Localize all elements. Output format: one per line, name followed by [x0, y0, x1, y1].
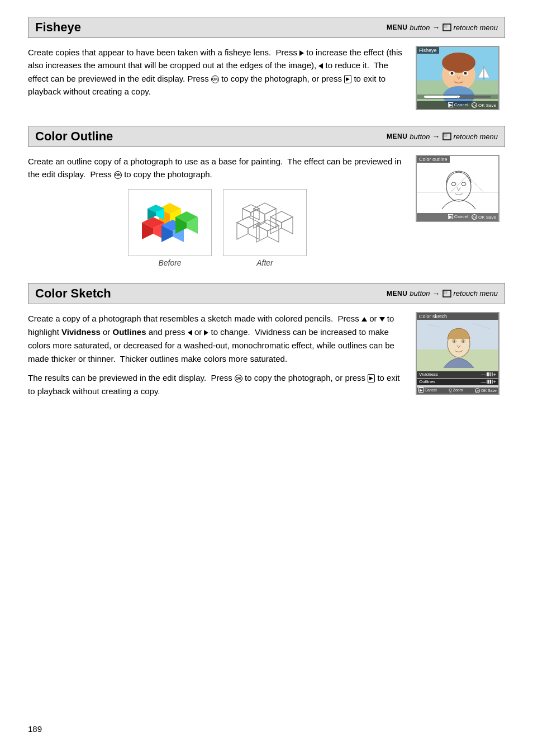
outline-blocks-svg	[226, 192, 304, 253]
right-arrow-icon	[204, 330, 208, 336]
co-cancel-btn: ▶	[448, 214, 453, 219]
color-sketch-body: Create a copy of a photograph that resem…	[28, 312, 505, 398]
color-outline-title: Color Outline	[35, 129, 113, 144]
sketch-cam-title: Color sketch	[417, 313, 498, 320]
ok-icon: OK	[211, 75, 219, 83]
ok-cam-icon: OK	[472, 102, 477, 108]
fisheye-cam-controls: ▶ Cancel OK OK Save	[417, 101, 498, 109]
fisheye-grid-bar	[417, 94, 498, 99]
color-outline-menu-label: MENU button → retouch menu	[387, 132, 498, 141]
vividness-row: Vividness — +	[417, 371, 498, 378]
sketch-cam-controls: ▶ Cancel Q Zoom OK OK Save	[417, 388, 498, 394]
svg-rect-14	[424, 96, 458, 98]
retouch-icon-3	[442, 290, 451, 297]
color-outline-cam: Color outline	[416, 155, 499, 222]
sk-zoom-label: Q Zoom	[449, 388, 463, 393]
sk-cancel-btn: ▶	[418, 388, 423, 393]
retouch-icon	[442, 23, 451, 31]
color-outline-header: Color Outline MENU button → retouch menu	[28, 126, 505, 147]
svg-point-8	[451, 72, 454, 75]
svg-point-5	[442, 53, 475, 73]
left-arrow-icon	[188, 330, 192, 336]
svg-point-65	[463, 340, 464, 342]
ok-icon-2: OK	[114, 171, 122, 179]
fisheye-menu-word: MENU	[387, 23, 407, 31]
color-sketch-section: Color Sketch MENU button → retouch menu …	[28, 283, 505, 398]
fisheye-save-label: OK OK Save	[472, 102, 496, 108]
svg-rect-17	[444, 134, 447, 136]
co-save-label: OK OK Save	[472, 214, 496, 220]
color-outline-button-word: button	[410, 133, 430, 141]
fisheye-button-word: button	[410, 23, 430, 32]
after-item: After	[223, 189, 307, 267]
color-sketch-image: Color sketch	[416, 312, 505, 395]
svg-point-64	[454, 340, 455, 342]
svg-point-53	[461, 182, 466, 186]
color-outline-menu-word: MENU	[387, 133, 407, 140]
sk-ok-icon: OK	[475, 388, 480, 393]
fisheye-image: Fisheye	[416, 46, 505, 110]
color-sketch-header: Color Sketch MENU button → retouch menu	[28, 283, 505, 304]
playback-btn-3: ▶	[368, 374, 375, 382]
before-box	[128, 189, 212, 256]
fisheye-arrow: →	[432, 23, 440, 32]
outlines-slider: — +	[481, 379, 496, 385]
page-number: 189	[28, 724, 42, 734]
fisheye-title: Fisheye	[35, 20, 81, 35]
color-sketch-button-word: button	[410, 289, 430, 297]
color-outline-section: Color Outline MENU button → retouch menu…	[28, 126, 505, 267]
color-sketch-menu-word: MENU	[387, 290, 407, 297]
fisheye-text: Create copies that appear to have been t…	[28, 46, 407, 98]
fisheye-cam-title: Fisheye	[417, 47, 439, 54]
color-outline-arrow: →	[432, 132, 440, 141]
outlines-label: Outlines	[419, 379, 435, 384]
color-sketch-title: Color Sketch	[35, 286, 111, 301]
fisheye-progress	[424, 95, 491, 98]
svg-point-9	[464, 72, 467, 75]
color-outline-body-wrap: Create an outline copy of a photograph t…	[28, 155, 505, 267]
fisheye-menu-label: MENU button → retouch menu	[387, 23, 498, 32]
color-outline-retouch-label: retouch menu	[454, 133, 498, 141]
color-sketch-cam: Color sketch	[416, 312, 499, 395]
svg-point-52	[451, 182, 456, 186]
color-outline-image: Color outline	[416, 155, 505, 222]
svg-rect-1	[444, 25, 447, 27]
sketch-cam-svg	[417, 319, 499, 375]
down-arrow-icon	[379, 317, 385, 322]
fisheye-cam-screen: Fisheye	[416, 46, 499, 110]
sk-cancel-label: ▶ Cancel	[418, 388, 437, 393]
co-cancel-label: ▶ Cancel	[448, 214, 468, 220]
outline-cam-svg	[417, 162, 499, 215]
svg-marker-15	[458, 95, 460, 98]
vividness-slider: — +	[481, 372, 496, 377]
before-after-container: Before	[28, 189, 407, 267]
color-outline-cam-title: Color outline	[417, 156, 450, 163]
color-outline-cam-controls: ▶ Cancel OK OK Save	[417, 213, 498, 221]
fisheye-cancel-label: ▶ Cancel	[448, 102, 468, 108]
retouch-icon-2	[442, 133, 451, 140]
color-outline-left: Create an outline copy of a photograph t…	[28, 155, 407, 267]
fisheye-retouch-label: retouch menu	[454, 23, 498, 32]
color-sketch-menu-label: MENU button → retouch menu	[387, 289, 498, 298]
color-sketch-retouch-label: retouch menu	[454, 289, 498, 297]
after-box	[223, 189, 307, 256]
fisheye-body: Create copies that appear to have been t…	[28, 46, 505, 110]
co-ok-icon: OK	[472, 214, 477, 220]
outlines-bold: Outlines	[113, 327, 146, 337]
svg-rect-55	[444, 291, 447, 294]
before-label: Before	[158, 258, 181, 267]
cancel-btn-icon: ▶	[448, 102, 453, 107]
fisheye-section: Fisheye MENU button → retouch menu Creat…	[28, 17, 505, 110]
ok-icon-3: OK	[235, 375, 242, 382]
color-outline-text: Create an outline copy of a photograph t…	[28, 155, 407, 181]
color-sketch-arrow: →	[432, 289, 440, 298]
vividness-label: Vividness	[419, 372, 438, 377]
color-sketch-text: Create a copy of a photograph that resem…	[28, 312, 407, 398]
play-right-icon	[299, 50, 304, 56]
up-arrow-icon	[361, 317, 367, 322]
fisheye-header: Fisheye MENU button → retouch menu	[28, 17, 505, 38]
vividness-bold: Vividness	[61, 327, 101, 337]
outlines-row: Outlines — +	[417, 379, 498, 385]
after-label: After	[256, 258, 273, 267]
before-item: Before	[128, 189, 212, 267]
